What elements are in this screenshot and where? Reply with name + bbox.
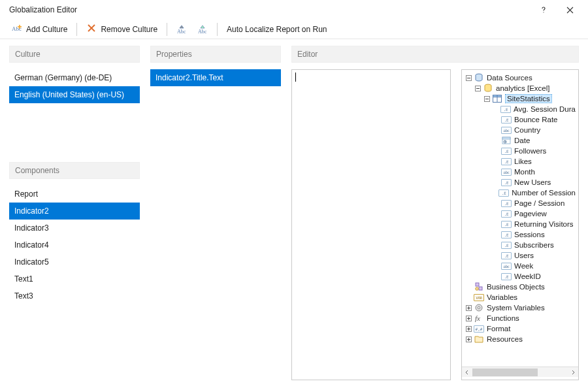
tree-node-field[interactable]: .ENew Users xyxy=(462,177,578,188)
tree-node-label: Country xyxy=(514,126,540,134)
auto-localize-label: Auto Localize Report on Run xyxy=(227,25,327,34)
numeric-field-icon: .E xyxy=(501,146,512,156)
add-culture-icon: Abc xyxy=(12,23,22,35)
auto-localize-button[interactable]: Auto Localize Report on Run xyxy=(221,22,332,37)
tree-node-resources[interactable]: Resources xyxy=(462,334,578,344)
tree-node-label: Page / Session xyxy=(514,199,564,207)
culture-item[interactable]: German (Germany) (de-DE) xyxy=(9,69,140,86)
tree-node-label: Format xyxy=(487,325,510,333)
svg-rect-26 xyxy=(476,283,479,286)
datasource-icon xyxy=(483,83,493,93)
expand-icon[interactable] xyxy=(465,325,472,333)
toolbar-separator xyxy=(76,23,77,36)
culture-header: Culture xyxy=(9,46,140,63)
tree-node-label: Subscribers xyxy=(514,241,554,249)
tree-node-label: Bounce Rate xyxy=(514,116,558,123)
tree-node-label: Business Objects xyxy=(487,283,545,291)
expand-icon xyxy=(492,199,500,207)
tree-node-field[interactable]: abcWeek xyxy=(462,261,578,271)
window-title: Globalization Editor xyxy=(9,5,531,14)
culture-list: German (Germany) (de-DE)English (United … xyxy=(9,69,140,103)
tree-node-field[interactable]: .EWeekID xyxy=(462,271,578,282)
string-field-icon: abc xyxy=(501,167,512,177)
tree-node-table[interactable]: SiteStatistics xyxy=(462,93,578,104)
svg-rect-27 xyxy=(479,287,482,290)
component-item[interactable]: Indicator3 xyxy=(9,220,140,237)
tree-node-variables[interactable]: VARVariables xyxy=(462,292,578,302)
svg-point-0 xyxy=(543,12,544,12)
numeric-field-icon: .E xyxy=(501,198,512,208)
editor-textarea[interactable] xyxy=(291,69,451,380)
tree-node-label: Functions xyxy=(487,314,519,322)
tree-node-label: Week xyxy=(514,262,533,270)
close-button[interactable] xyxy=(557,0,583,20)
expand-icon[interactable] xyxy=(465,335,472,343)
horizontal-scrollbar[interactable] xyxy=(462,367,578,377)
expand-icon[interactable] xyxy=(465,304,472,312)
tree-node-field[interactable]: .EBounce Rate xyxy=(462,114,578,125)
tree-node-label: Pageview xyxy=(514,210,547,218)
expand-icon xyxy=(492,126,500,134)
tree-node-functions[interactable]: fxFunctions xyxy=(462,313,578,323)
collapse-icon[interactable] xyxy=(465,74,472,82)
svg-text:Abc: Abc xyxy=(177,29,186,35)
tree-node-field[interactable]: Date xyxy=(462,135,578,146)
scrollbar-thumb[interactable] xyxy=(472,368,538,376)
component-item[interactable]: Text1 xyxy=(9,270,140,287)
component-item[interactable]: Indicator4 xyxy=(9,237,140,253)
tree-node-datasource[interactable]: analytics [Excel] xyxy=(462,83,578,93)
tree-node-field[interactable]: .EReturning Visitors xyxy=(462,219,578,229)
format-icon: #,# xyxy=(474,323,484,334)
component-item[interactable]: Indicator5 xyxy=(9,253,140,270)
numeric-field-icon: .E xyxy=(501,240,512,250)
tree-node-field[interactable]: .ELikes xyxy=(462,156,578,167)
tree-node-label: Date xyxy=(514,137,530,144)
tree-node-field[interactable]: .ENumber of Session xyxy=(462,188,578,198)
expand-icon xyxy=(492,272,500,280)
tree-node-field[interactable]: abcCountry xyxy=(462,125,578,135)
collapse-icon[interactable] xyxy=(474,84,482,92)
tree-node-bizobj[interactable]: Business Objects xyxy=(462,282,578,292)
svg-text:fx: fx xyxy=(475,314,480,322)
date-field-icon xyxy=(501,135,512,146)
numeric-field-icon: .E xyxy=(498,188,509,198)
component-item[interactable]: Report xyxy=(9,186,140,203)
tree-node-field[interactable]: abcMonth xyxy=(462,167,578,177)
tree-node-sysvar[interactable]: System Variables xyxy=(462,302,578,313)
components-header: Components xyxy=(9,162,140,179)
tree-node-field[interactable]: .EAvg. Session Dura xyxy=(462,104,578,114)
collapse-icon[interactable] xyxy=(483,95,491,103)
tree-node-field[interactable]: .EUsers xyxy=(462,250,578,261)
tree-node-format[interactable]: #,#Format xyxy=(462,323,578,334)
scroll-left-arrow[interactable] xyxy=(462,367,472,378)
tree-node-label: System Variables xyxy=(487,304,545,312)
component-item[interactable]: Text3 xyxy=(9,287,140,304)
expand-icon xyxy=(492,252,500,259)
tree-node-field[interactable]: .EPageview xyxy=(462,208,578,219)
help-button[interactable] xyxy=(531,0,557,20)
remove-culture-button[interactable]: Remove Culture xyxy=(81,20,163,38)
expand-icon xyxy=(492,147,500,155)
tree-node-data-sources[interactable]: Data Sources xyxy=(462,73,578,83)
property-item[interactable]: Indicator2.Title.Text xyxy=(150,69,281,86)
tree-node-label: Resources xyxy=(487,335,523,343)
localize-icon-button-1[interactable]: Abc xyxy=(171,22,192,37)
tree-node-label: Number of Session xyxy=(512,189,576,197)
tree-node-field[interactable]: .ESubscribers xyxy=(462,240,578,250)
localize-icon-button-2[interactable]: Abc xyxy=(192,22,213,37)
add-culture-button[interactable]: Abc Add Culture xyxy=(7,20,73,38)
culture-item[interactable]: English (United States) (en-US) xyxy=(9,86,140,103)
tree-node-label: Avg. Session Dura xyxy=(514,105,576,113)
tree-node-label: Data Sources xyxy=(487,74,532,82)
expand-icon xyxy=(465,293,472,301)
scroll-right-arrow[interactable] xyxy=(568,367,578,378)
tree-node-field[interactable]: .EPage / Session xyxy=(462,198,578,208)
numeric-field-icon: .E xyxy=(501,229,512,240)
expand-icon xyxy=(492,231,500,238)
expand-icon xyxy=(492,241,500,249)
expand-icon[interactable] xyxy=(465,314,472,322)
tree-node-field[interactable]: .ESessions xyxy=(462,229,578,240)
component-item[interactable]: Indicator2 xyxy=(9,203,140,220)
tree-node-field[interactable]: .EFollowers xyxy=(462,146,578,156)
numeric-field-icon: .E xyxy=(500,104,511,114)
